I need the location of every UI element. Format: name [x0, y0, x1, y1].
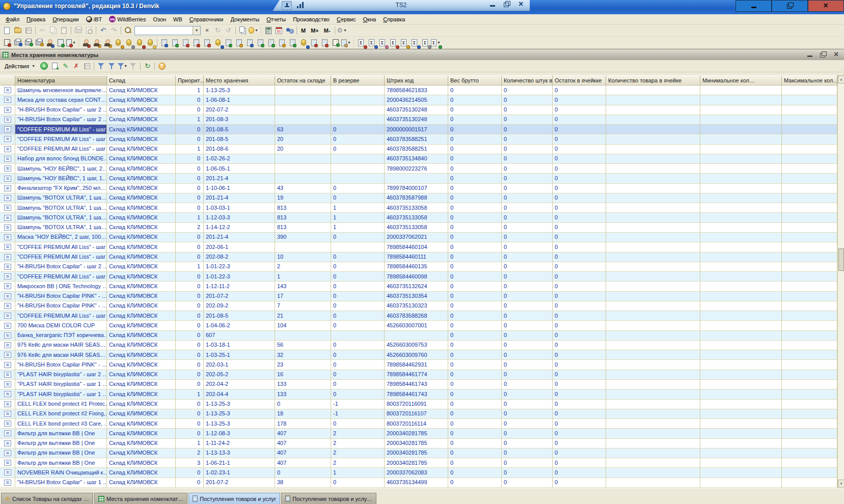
- combo-dropdown-icon[interactable]: ▼: [193, 26, 200, 35]
- column-header-max[interactable]: Максимальное кол…: [782, 75, 837, 86]
- calendar-button[interactable]: 31: [274, 25, 284, 36]
- filter-settings-button[interactable]: [106, 61, 117, 71]
- delete-item-button[interactable]: ✗: [71, 61, 81, 71]
- menu-item-Правка[interactable]: Правка: [23, 15, 49, 23]
- customer-cart-1-button[interactable]: [91, 38, 102, 48]
- sum-person-2-button[interactable]: Σ: [366, 38, 377, 48]
- menu-item-Сервис[interactable]: Сервис: [333, 15, 360, 23]
- rdp-minimize-button[interactable]: [489, 1, 496, 8]
- coins-button[interactable]: [145, 38, 155, 48]
- service-tools-button[interactable]: ⚙▼: [337, 25, 347, 36]
- doc-receipt-button[interactable]: [223, 38, 234, 48]
- column-header-location[interactable]: Место хранения: [204, 75, 275, 86]
- table-row[interactable]: ≈CELL FLEX bond protect #1 Protec…Склад …: [0, 400, 844, 409]
- menu-item-WB[interactable]: WB: [170, 15, 186, 23]
- vertical-scrollbar[interactable]: ▲ ▼: [837, 75, 844, 488]
- undo-button[interactable]: ↶: [98, 25, 108, 36]
- table-row[interactable]: ≈Шампунь мгновенное выпрямле…Склад КЛИМО…: [0, 86, 844, 95]
- memory-button[interactable]: M: [298, 26, 308, 35]
- table-row[interactable]: ≈Шампунь "BOTOX ULTRA", 1 ша…Склад КЛИМО…: [0, 203, 844, 213]
- scroll-thumb[interactable]: [838, 248, 844, 271]
- print-form-2-button[interactable]: [23, 38, 34, 48]
- sum-register-button[interactable]: Σ: [420, 38, 430, 48]
- menu-item-WildBerries[interactable]: WBWildBerries: [105, 15, 149, 23]
- table-row[interactable]: ≈"COFFEE PREMIUM All Liss" - шаг…Склад К…: [0, 242, 844, 252]
- table-row[interactable]: ≈Шампунь "НОУ ВЕЙВС", 1 шаг, 1…Склад КЛИ…: [0, 174, 844, 183]
- menu-item-Справка[interactable]: Справка: [379, 15, 409, 23]
- table-row[interactable]: ≈Набор для волос блонд BLONDE…Склад КЛИМ…: [0, 154, 844, 164]
- coins-doc-1-button[interactable]: [212, 38, 223, 48]
- table-row[interactable]: ≈Фильтр для вытяжки BB | OneСклад КЛИМОВ…: [0, 429, 844, 438]
- memory-minus-button[interactable]: M-: [321, 26, 333, 35]
- column-header-cell_stock[interactable]: Остаток в ячейкке: [553, 75, 606, 86]
- table-row[interactable]: ≈"COFFEE PREMIUM All Liss" - шаг…Склад К…: [0, 311, 844, 321]
- rdp-close-button[interactable]: [518, 1, 525, 8]
- info-panel-button[interactable]: ▼: [248, 25, 259, 36]
- coins-building-button[interactable]: [123, 38, 134, 48]
- column-header-reserve[interactable]: В резерве: [331, 75, 385, 86]
- table-row[interactable]: ≈"H-BRUSH Botox Capilar PINK" - …Склад К…: [0, 301, 844, 311]
- table-row[interactable]: ≈"PLAST HAIR bixyplastia" - шаг 1 …Склад…: [0, 380, 844, 389]
- column-header-qty_in_cell[interactable]: Количество товара в ячейке: [606, 75, 700, 86]
- table-row[interactable]: ≈Шампунь "BOTOX ULTRA", 1 ша…Склад КЛИМО…: [0, 223, 844, 233]
- coins-cart-2-button[interactable]: [134, 38, 145, 48]
- table-row[interactable]: ≈Фильтр для вытяжки BB | OneСклад КЛИМОВ…: [0, 458, 844, 468]
- coins-doc-2-button[interactable]: [298, 38, 309, 48]
- table-row[interactable]: ≈"H-BRUSH Botox Capilar" - шаг 2 …Склад …: [0, 115, 844, 125]
- window-tab[interactable]: Места хранения номенклат…: [94, 493, 187, 504]
- table-row[interactable]: ≈"H-BRUSH Botox Capilar" - шаг 1 …Склад …: [0, 478, 844, 488]
- host-minimize-button[interactable]: [736, 0, 772, 12]
- actions-menu-button[interactable]: Действия▼: [1, 62, 39, 71]
- green-register-button[interactable]: [330, 38, 341, 48]
- column-header-qty_per[interactable]: Количество штук в …: [502, 75, 553, 86]
- print-form-1-button[interactable]: [12, 38, 23, 48]
- copy-window-button[interactable]: [237, 25, 248, 36]
- doc-person-2-button[interactable]: [180, 38, 191, 48]
- sum-flag-3-button[interactable]: Σ: [409, 38, 420, 48]
- customer-1-button[interactable]: [80, 38, 91, 48]
- handshake-doc-button[interactable]: ▼: [341, 38, 351, 48]
- window-tab[interactable]: ✳Список Товары на складах …: [1, 493, 93, 504]
- user-switch-button[interactable]: [284, 25, 295, 36]
- menu-item-Файл[interactable]: Файл: [2, 15, 23, 23]
- column-header-warehouse[interactable]: Склад: [107, 75, 176, 86]
- child-minimize-button[interactable]: [806, 51, 813, 59]
- child-restore-button[interactable]: [820, 51, 827, 59]
- table-row[interactable]: ≈"PLAST HAIR bixyplastia" - шаг 1 …Склад…: [0, 389, 844, 399]
- sum-flag-2-button[interactable]: Σ: [398, 38, 409, 48]
- doc-check-button[interactable]: [287, 38, 298, 48]
- refresh-button[interactable]: ↻: [142, 61, 153, 71]
- sum-person-3-button[interactable]: Σ: [377, 38, 388, 48]
- table-row[interactable]: ≈CELL FLEX bond protect #3 Care, …Склад …: [0, 419, 844, 429]
- customer-cart-2-button[interactable]: [102, 38, 113, 48]
- doc-outgoing-2-button[interactable]: [202, 38, 212, 48]
- report-journal-button[interactable]: [2, 38, 12, 48]
- search-combobox[interactable]: ▼: [134, 26, 201, 35]
- copy-item-button[interactable]: [49, 61, 60, 71]
- column-header-stock[interactable]: Остаток на складе: [275, 75, 331, 86]
- table-row[interactable]: ≈"H-BRUSH Botox Capilar" - шаг 2 …Склад …: [0, 105, 844, 115]
- add-item-button[interactable]: +: [39, 61, 49, 71]
- help-button[interactable]: ?: [156, 61, 167, 71]
- column-header-barcode[interactable]: Штрих код: [385, 75, 448, 86]
- menu-item-iBT[interactable]: iBT: [83, 15, 106, 23]
- column-header-priority[interactable]: Приорит…: [176, 75, 204, 86]
- menu-item-Документы[interactable]: Документы: [227, 15, 263, 23]
- column-header-icon[interactable]: [0, 75, 15, 86]
- table-row[interactable]: ≈"H-BRUSH Botox Capilar PINK" - …Склад К…: [0, 292, 844, 301]
- doc-incoming-button[interactable]: [170, 38, 180, 48]
- filter-by-value-button[interactable]: [96, 61, 106, 71]
- table-row[interactable]: ≈"H-BRUSH Botox Capilar" - шаг 2 …Склад …: [0, 262, 844, 272]
- scroll-up-button[interactable]: ▲: [838, 75, 844, 83]
- table-row[interactable]: ≈"COFFEE PREMIUM All Liss" - шаг…Склад К…: [0, 253, 844, 262]
- edit-item-button[interactable]: ✎: [60, 61, 71, 71]
- table-row[interactable]: ≈"COFFEE PREMIUM All Liss" - шаг…Склад К…: [0, 145, 844, 154]
- table-row[interactable]: ≈"COFFEE PREMIUM All Liss" - шаг…Склад К…: [0, 272, 844, 282]
- clear-search-button[interactable]: ×: [202, 25, 212, 36]
- open-document-button[interactable]: [12, 25, 23, 36]
- print-form-3-button[interactable]: [34, 38, 44, 48]
- table-row[interactable]: ≈"COFFEE PREMIUM All Liss" - шаг…Склад К…: [0, 125, 844, 134]
- doc-add-coins-button[interactable]: [266, 38, 277, 48]
- new-document-button[interactable]: [2, 25, 12, 36]
- table-row[interactable]: ≈Банка_kerarganic ПЭТ коричнева…Склад КЛ…: [0, 331, 844, 341]
